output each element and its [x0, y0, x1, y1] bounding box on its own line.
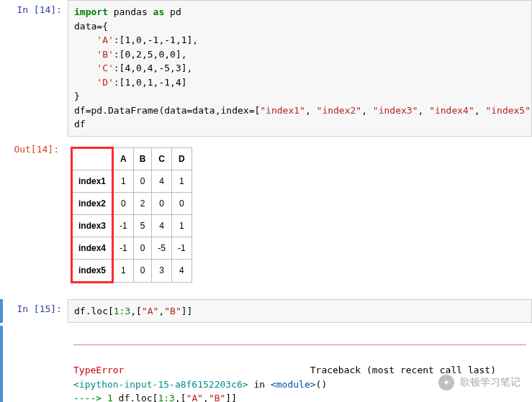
code-cell-15: In [15]: df.loc[1:3,["A","B"]] [0, 299, 532, 324]
table-cell: -1 [113, 237, 134, 259]
table-cell: 0 [113, 192, 134, 214]
row-index: index2 [72, 192, 113, 214]
table-cell: -1 [113, 214, 134, 237]
table-cell: 0 [133, 170, 152, 192]
table-row: index4-10-5-1 [72, 237, 192, 259]
table-cell: 0 [172, 192, 192, 214]
table-cell: 2 [133, 192, 152, 214]
code-input-15[interactable]: df.loc[1:3,["A","B"]] [68, 299, 532, 324]
output-cell-15: TypeError Traceback (most recent call la… [0, 326, 532, 402]
table-cell: 4 [152, 170, 172, 192]
table-row: index20200 [72, 192, 192, 214]
table-corner [72, 147, 113, 170]
table-cell: -1 [172, 237, 192, 259]
wechat-icon: ✦ [438, 375, 454, 390]
table-cell: 3 [152, 259, 172, 282]
col-header: A [113, 147, 134, 170]
col-header: C [152, 147, 172, 170]
table-row: index3-1541 [72, 214, 192, 237]
row-index: index5 [72, 259, 113, 282]
col-header: D [172, 147, 192, 170]
output-area-14: A B C D index11041index20200index3-1541i… [65, 140, 532, 296]
table-cell: 0 [133, 237, 152, 259]
table-cell: 0 [152, 192, 172, 214]
row-index: index3 [72, 214, 113, 237]
col-header: B [133, 147, 152, 170]
table-cell: 4 [172, 259, 192, 282]
table-cell: 0 [133, 259, 152, 282]
output-cell-14: Out[14]: A B C D index11041index20200ind… [0, 140, 532, 296]
table-cell: 1 [113, 170, 134, 192]
row-index: index1 [72, 170, 113, 192]
output-prompt-15 [3, 326, 68, 402]
dataframe-table: A B C D index11041index20200index3-1541i… [71, 147, 192, 283]
code-input-14[interactable]: import pandas as pd data={ 'A':[1,0,-1,-… [68, 0, 532, 137]
table-cell: -5 [152, 237, 172, 259]
input-prompt-15: In [15]: [3, 299, 68, 324]
code-cell-14: In [14]: import pandas as pd data={ 'A':… [0, 0, 532, 137]
table-row: index51034 [72, 259, 192, 282]
table-cell: 4 [152, 214, 172, 237]
table-row: index11041 [72, 170, 192, 192]
table-cell: 1 [172, 214, 192, 237]
table-cell: 1 [113, 259, 134, 282]
output-prompt-14: Out[14]: [0, 140, 65, 296]
table-cell: 5 [133, 214, 152, 237]
error-output: TypeError Traceback (most recent call la… [68, 326, 532, 402]
input-prompt-14: In [14]: [3, 0, 68, 137]
table-cell: 1 [172, 170, 192, 192]
row-index: index4 [72, 237, 113, 259]
watermark-text: 歌顿学习笔记 [460, 376, 520, 389]
error-type: TypeError [73, 365, 124, 375]
watermark: ✦ 歌顿学习笔记 [438, 375, 520, 390]
